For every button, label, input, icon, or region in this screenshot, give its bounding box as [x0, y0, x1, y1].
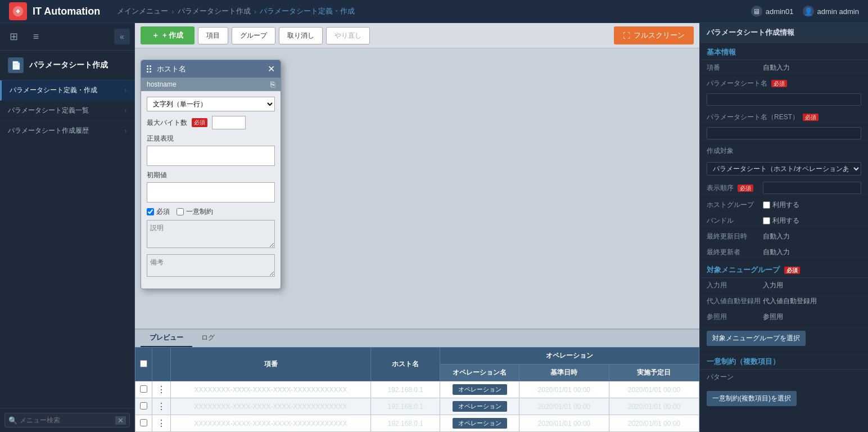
col-header-scheduled-date: 実施予定日: [609, 364, 699, 381]
admin01-label[interactable]: admin01: [766, 7, 794, 16]
row-scheduled-date-cell: 2020/01/01 00:00: [609, 381, 699, 398]
rp-input-label: 入力用: [707, 281, 763, 290]
row-op-cell: オペレーション: [440, 398, 519, 415]
initial-value-input[interactable]: [147, 182, 275, 202]
row-base-date-cell: 2020/01/01 00:00: [519, 381, 609, 398]
select-all-checkbox[interactable]: [140, 360, 147, 367]
sheet-name-rest-input[interactable]: server_infomation: [707, 127, 861, 140]
rp-sheet-name-label-text: パラメータシート名: [707, 79, 767, 87]
host-group-checkbox[interactable]: [763, 201, 770, 209]
sheet-name-input[interactable]: サーバ基本情報: [707, 93, 861, 106]
create-button[interactable]: ＋ + 作成: [141, 26, 195, 44]
sidebar-header-icon: 📄: [8, 57, 24, 73]
row-item-cell: XXXXXXXX-XXXX-XXXX-XXXX-XXXXXXXXXXXX: [171, 398, 371, 415]
copy-icon[interactable]: ⎘: [270, 80, 275, 89]
grid-icon-button[interactable]: ⊞: [4, 28, 22, 46]
drag-handle[interactable]: [147, 65, 151, 73]
row-menu-icon[interactable]: ⋮: [157, 402, 166, 411]
unique-checkbox[interactable]: [177, 208, 184, 215]
monitor-icon: 🖥: [751, 6, 762, 17]
row-menu-icon[interactable]: ⋮: [157, 418, 166, 428]
col-header-base-date: 基準日時: [519, 364, 609, 381]
breadcrumb-home[interactable]: メインメニュー: [117, 6, 168, 16]
rp-bundle-row: バンドル 利用する: [700, 213, 868, 229]
required-checkbox[interactable]: [147, 208, 154, 215]
unique-constraint-title-text: 一意制約（複数項目）: [707, 357, 780, 366]
type-select[interactable]: 文字列（単一行）: [147, 97, 275, 111]
sidebar-item-definition-list[interactable]: パラメータシート定義一覧 ›: [0, 101, 134, 121]
rp-sheet-name-rest-label: パラメータシート名（REST） 必須: [707, 112, 819, 122]
preview-table-body: ⋮ XXXXXXXX-XXXX-XXXX-XXXX-XXXXXXXXXXXX 1…: [135, 381, 699, 432]
row-check-cell: [135, 381, 152, 398]
breadcrumb: メインメニュー › パラメータシート作成 › パラメータシート定義・作成: [117, 6, 355, 16]
preview-tabs: プレビュー ログ: [135, 330, 699, 347]
rp-host-group-check-label: 利用する: [772, 200, 799, 210]
row-checkbox[interactable]: [140, 402, 147, 410]
create-label: + 作成: [162, 30, 183, 40]
target-menu-group-title-text: 対象メニューグループ: [707, 266, 780, 274]
row-menu-cell: ⋮: [152, 381, 171, 398]
data-table: 項番 ホスト名 オペレーション オペレーション名 基準日時 実施予定日: [135, 347, 699, 432]
user-name-label[interactable]: admin admin: [817, 7, 859, 16]
row-host-cell: 192.168.0.1: [371, 415, 440, 432]
tab-log[interactable]: ログ: [192, 330, 224, 347]
cancel-button[interactable]: 取り消し: [279, 27, 323, 44]
dialog-title: ホスト名: [157, 64, 186, 74]
rp-target-row: 作成対象: [700, 143, 868, 159]
topbar: IT Automation メインメニュー › パラメータシート作成 › パラメ…: [0, 0, 868, 23]
rp-input-value: 入力用: [763, 281, 783, 290]
sidebar-collapse-button[interactable]: «: [114, 29, 130, 44]
row-checkbox[interactable]: [140, 419, 147, 426]
fullscreen-button[interactable]: ⛶ フルスクリーン: [614, 26, 694, 44]
checkbox-row: 必須 一意制約: [147, 207, 275, 217]
rp-target-label: 作成対象: [707, 146, 763, 156]
row-menu-cell: ⋮: [152, 398, 171, 415]
rp-auto-register-value: 代入値自動登録用: [763, 296, 817, 306]
display-order-input[interactable]: [763, 182, 861, 194]
unique-check-text: 一意制約: [186, 207, 213, 217]
note-textarea[interactable]: [147, 254, 275, 277]
sidebar-item-label-2: パラメータシート作成履歴: [8, 126, 89, 136]
sidebar-item-label-0: パラメータシート定義・作成: [10, 86, 97, 95]
search-clear-button[interactable]: ✕: [115, 416, 126, 425]
list-icon-button[interactable]: ≡: [27, 28, 45, 46]
sidebar-item-history[interactable]: パラメータシート作成履歴 ›: [0, 121, 134, 141]
user-info-admin01: 🖥 admin01: [751, 6, 794, 17]
redo-button[interactable]: やり直し: [326, 27, 370, 44]
col-header-operation-group: オペレーション: [440, 348, 699, 364]
rp-last-updated-row: 最終更新日時 自動入力: [700, 229, 868, 245]
rp-host-group-row: ホストグループ 利用する: [700, 197, 868, 213]
breadcrumb-level1[interactable]: パラメータシート作成: [178, 6, 251, 16]
sidebar-item-definition-create[interactable]: パラメータシート定義・作成 ›: [0, 80, 134, 101]
type-select-group: 文字列（単一行）: [147, 97, 275, 111]
tab-preview[interactable]: プレビュー: [141, 330, 192, 347]
max-bytes-input[interactable]: 64: [212, 116, 246, 129]
dialog-close-button[interactable]: ✕: [268, 64, 275, 74]
row-check-cell: [135, 415, 152, 432]
unique-checkbox-label[interactable]: 一意制約: [177, 207, 213, 217]
group-button[interactable]: グループ: [232, 27, 275, 44]
select-unique-button[interactable]: 一意制約(複数項目)を選択: [707, 391, 797, 406]
breadcrumb-level2: パラメータシート定義・作成: [260, 6, 355, 16]
item-button[interactable]: 項目: [198, 27, 228, 44]
rp-last-updated-value: 自動入力: [763, 232, 790, 241]
main-content: ＋ + 作成 項目 グループ 取り消し やり直し ⛶ フルスクリーン: [135, 23, 699, 432]
breadcrumb-sep2: ›: [254, 7, 256, 16]
menu-search-input[interactable]: [17, 415, 115, 426]
bundle-checkbox[interactable]: [763, 217, 770, 224]
row-menu-icon[interactable]: ⋮: [157, 385, 166, 394]
rp-sheet-name-label: パラメータシート名 必須: [707, 79, 787, 88]
dialog-body: 文字列（単一行） 最大バイト数 必須 64 正規表現: [141, 91, 281, 289]
col-header-item-no: 項番: [171, 348, 371, 381]
app-logo: [9, 2, 27, 20]
regex-input[interactable]: [147, 146, 275, 166]
logo-icon: [12, 5, 24, 17]
required-checkbox-label[interactable]: 必須: [147, 207, 170, 217]
rp-target-select[interactable]: パラメータシート（ホスト/オペレーションあり）: [707, 162, 861, 176]
row-checkbox[interactable]: [140, 385, 147, 393]
select-menu-group-button[interactable]: 対象メニューグループを選択: [707, 331, 806, 346]
row-item-cell: XXXXXXXX-XXXX-XXXX-XXXX-XXXXXXXXXXXX: [171, 381, 371, 398]
rp-reference-value: 参照用: [763, 312, 783, 322]
description-textarea[interactable]: [147, 220, 275, 248]
rp-display-order-row: 表示順序 必須: [700, 179, 868, 197]
